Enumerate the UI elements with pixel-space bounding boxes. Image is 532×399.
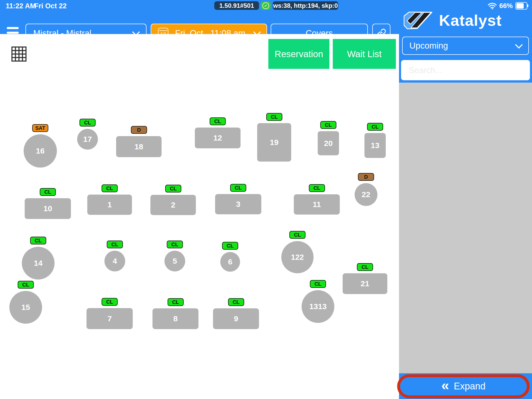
table-16-status-badge: SAT [32, 124, 48, 132]
brand-name: Katalyst [439, 11, 502, 29]
table-number: 10 [43, 204, 52, 213]
table-10-status-badge: CL [40, 188, 56, 196]
clock-date: Fri Oct 22 [34, 2, 67, 10]
chevron-down-icon [515, 41, 523, 49]
reservation-button[interactable]: Reservation [268, 39, 329, 69]
status-bar: 11:22 AM Fri Oct 22 1.50.91#501 ✓ ws:38,… [0, 0, 532, 11]
table-number: 1 [108, 200, 112, 209]
search-input[interactable] [401, 60, 530, 80]
connection-ok-badge: ✓ [261, 1, 271, 10]
table-3-status-badge: CL [230, 184, 246, 192]
reservation-filter-value: Upcoming [409, 41, 448, 51]
table-6-status-badge: CL [222, 242, 238, 250]
table-number: 8 [173, 314, 178, 323]
reservation-list-empty [399, 83, 532, 373]
table-19[interactable]: 19 [257, 123, 291, 162]
wifi-icon [488, 3, 497, 9]
table-20-status-badge: CL [320, 121, 336, 129]
table-2-status-badge: CL [165, 185, 181, 192]
table-1-status-badge: CL [102, 184, 118, 192]
table-9[interactable]: 9 [213, 308, 259, 329]
table-number: 11 [313, 200, 321, 209]
sidebar-header: Upcoming [399, 34, 532, 83]
table-19-status-badge: CL [266, 113, 282, 121]
table-2[interactable]: 2 [150, 195, 196, 215]
table-8[interactable]: 8 [152, 308, 198, 329]
table-number: 2 [171, 201, 175, 209]
table-15-status-badge: CL [18, 281, 34, 289]
table-17[interactable]: 17 [77, 129, 98, 150]
battery-icon [515, 2, 527, 10]
waitlist-button[interactable]: Wait List [333, 39, 396, 69]
table-12-status-badge: CL [210, 117, 226, 125]
table-1313[interactable]: 1313 [302, 290, 334, 323]
table-11-status-badge: CL [309, 184, 325, 192]
table-21[interactable]: 21 [343, 273, 387, 294]
table-5[interactable]: 5 [164, 251, 185, 271]
floor-plan: Reservation Wait List 16SAT17CL18D12CL19… [0, 34, 399, 399]
table-14-status-badge: CL [30, 237, 46, 244]
table-number: 15 [21, 303, 30, 312]
table-22-status-badge: D [358, 173, 374, 181]
check-circle-icon: ✓ [262, 2, 269, 9]
table-number: 12 [213, 134, 222, 142]
brand-logo: Katalyst [404, 11, 502, 29]
floor-grid-icon[interactable] [11, 46, 27, 62]
table-number: 4 [113, 257, 117, 265]
table-20[interactable]: 20 [318, 131, 339, 155]
version-badge: 1.50.91#501 [214, 1, 259, 10]
table-number: 1313 [309, 302, 327, 311]
battery-percent: 66% [499, 2, 513, 10]
table-12[interactable]: 12 [195, 128, 241, 148]
table-9-status-badge: CL [228, 298, 244, 306]
websocket-stats-badge: ws:38, http:194, skp:0 [273, 1, 338, 10]
table-number: 122 [291, 253, 304, 262]
katalyst-logo-icon [404, 12, 433, 29]
table-8-status-badge: CL [168, 298, 184, 306]
table-number: 6 [228, 257, 232, 266]
table-number: 14 [34, 259, 42, 268]
table-number: 21 [361, 279, 369, 288]
table-7-status-badge: CL [102, 298, 118, 306]
table-6[interactable]: 6 [220, 252, 240, 272]
table-13-status-badge: CL [367, 123, 383, 131]
table-14[interactable]: 14 [22, 247, 55, 280]
table-number: 13 [371, 141, 379, 150]
table-7[interactable]: 7 [87, 308, 133, 329]
table-1313-status-badge: CL [310, 280, 326, 288]
reservation-filter-dropdown[interactable]: Upcoming [402, 37, 529, 55]
table-122-status-badge: CL [289, 231, 305, 239]
double-chevron-left-icon: « [441, 378, 449, 392]
table-5-status-badge: CL [167, 241, 183, 248]
table-122[interactable]: 122 [281, 241, 314, 273]
table-16[interactable]: 16 [24, 134, 57, 168]
table-4[interactable]: 4 [104, 251, 125, 271]
table-3[interactable]: 3 [215, 194, 261, 214]
table-13[interactable]: 13 [364, 133, 386, 158]
table-number: 17 [83, 135, 92, 144]
table-17-status-badge: CL [79, 119, 96, 127]
table-11[interactable]: 11 [294, 194, 340, 215]
table-number: 16 [36, 147, 44, 155]
clock-time: 11:22 AM [6, 2, 36, 10]
table-number: 19 [270, 138, 278, 147]
table-number: 9 [234, 314, 238, 323]
table-number: 22 [362, 190, 370, 199]
table-number: 5 [173, 257, 177, 265]
table-4-status-badge: CL [107, 241, 123, 248]
table-number: 18 [135, 142, 143, 151]
table-number: 20 [324, 139, 332, 148]
table-18-status-badge: D [131, 126, 147, 134]
table-number: 3 [236, 200, 241, 209]
table-21-status-badge: CL [357, 263, 373, 271]
table-10[interactable]: 10 [25, 198, 71, 219]
table-22[interactable]: 22 [355, 183, 377, 206]
expand-button[interactable]: « Expand [397, 374, 530, 398]
table-18[interactable]: 18 [116, 136, 162, 157]
table-number: 7 [108, 314, 112, 323]
table-1[interactable]: 1 [87, 195, 132, 215]
top-bar: 11:22 AM Fri Oct 22 1.50.91#501 ✓ ws:38,… [0, 0, 532, 34]
table-15[interactable]: 15 [9, 291, 42, 324]
